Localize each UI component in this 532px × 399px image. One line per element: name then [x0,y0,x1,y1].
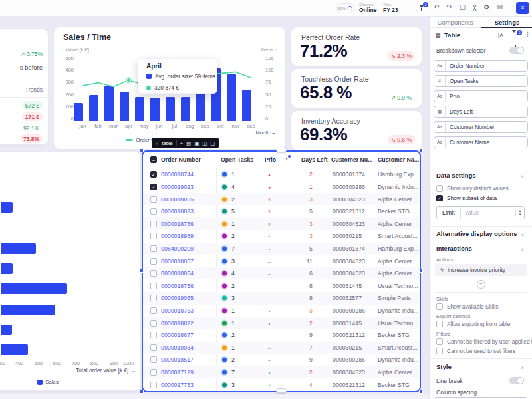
row-checkbox[interactable] [150,344,157,351]
column-header[interactable]: Customer Nu... [331,152,373,168]
drag-pill-handle[interactable] [276,148,287,152]
field-item-prio[interactable]: AaPrio [434,90,528,102]
row-checkbox[interactable] [150,356,157,363]
settings-gear-icon[interactable]: ⚙ [483,3,489,11]
row-checkbox[interactable] [150,196,157,203]
select-tool-icon[interactable]: ▢ [460,3,466,11]
delete-icon[interactable]: ▢ [210,140,215,146]
kpi-tile[interactable]: Perfect Order Rate71.2%↘ 2.3 % [291,27,422,66]
column-header[interactable]: Open Tasks [221,152,253,168]
row-checkbox[interactable]: ✓ [150,171,157,178]
add-action-button[interactable]: + [477,280,485,289]
resize-handle[interactable] [140,390,144,394]
row-checkbox[interactable] [150,233,157,239]
stepper-down-icon[interactable]: ▾ [519,213,521,216]
checkbox[interactable] [436,303,443,310]
row-checkbox[interactable] [150,245,157,252]
resize-handle[interactable] [419,269,423,273]
order-number-link[interactable]: 0000017753 [161,382,194,388]
checkbox-row[interactable]: Show only distinct values [436,185,509,192]
collapse-chevron-icon[interactable]: ∧ [521,365,524,370]
column-header[interactable]: Order Number [161,152,201,168]
transform-tool-icon[interactable]: χ [473,3,476,11]
drag-handle-icon[interactable]: ⠿ [156,141,158,146]
row-checkbox[interactable] [150,332,157,338]
field-item-order-number[interactable]: AaOrder Number [434,60,528,72]
resize-handle[interactable] [419,148,423,152]
order-number-link[interactable]: 0000018677 [161,332,194,338]
table-filter-icon[interactable]: 2 [512,33,519,47]
line-break-toggle[interactable] [509,377,524,384]
checkbox-row[interactable]: Show available Skills [436,303,498,310]
checkbox-row[interactable]: ✓Show subset of data [436,195,497,201]
checkbox[interactable] [436,348,443,354]
order-number-link[interactable]: 0000018823 [161,208,194,215]
order-number-link[interactable]: 0000018989 [161,233,194,239]
order-number-link[interactable]: 0000018517 [161,356,194,363]
drag-pill-handle[interactable] [276,388,287,393]
collapse-chevron-icon[interactable]: ∧ [521,174,524,178]
column-header[interactable]: Days Left [301,152,328,168]
expand-chevron-icon[interactable]: ∨ [521,232,524,237]
column-header[interactable]: Customer Na... [378,152,419,168]
field-item-customer-name[interactable]: AaCustomer Name [434,136,528,148]
time-status[interactable]: Time: FY 23 [383,3,398,13]
field-item-days-left[interactable]: ▦Days Left [434,106,528,118]
row-checkbox[interactable] [150,221,157,227]
row-checkbox[interactable]: ✓ [150,184,157,190]
checkbox-row[interactable]: Cannot be used to set filters [436,348,515,354]
checkbox[interactable] [436,321,443,327]
checkbox[interactable] [436,185,443,192]
action-item[interactable]: ϟ Increase invoice priority [435,264,527,276]
rename-icon[interactable]: [A [498,32,503,38]
order-number-link[interactable]: 0000018855 [161,196,194,203]
order-number-link[interactable]: 0000019034 [161,344,194,351]
trends-card[interactable]: ↗ 0.75% s before Trends 572 €171 €92.1%7… [0,29,49,145]
layout-grid-icon[interactable]: ⊞ [497,3,502,11]
style-icon[interactable]: ▣ [194,140,199,146]
limit-input[interactable]: Limit value ▴▾ [436,206,525,219]
breakdown-toggle[interactable] [509,47,524,54]
order-number-link[interactable]: 0000018857 [161,258,194,265]
grid-icon[interactable]: ▤ [186,140,191,146]
order-number-link[interactable]: 0000018744 [161,171,194,178]
kpi-tile[interactable]: Inventory Accuracy69.3%↘ 0.6 % [291,110,422,150]
order-number-link[interactable]: 0000018864 [161,270,194,277]
order-number-link[interactable]: 0000018756 [161,283,194,289]
undo-icon[interactable]: ↶ [434,3,439,11]
field-item-customer-number[interactable]: AaCustomer Number [434,121,528,133]
row-checkbox[interactable] [150,283,157,289]
resize-handle[interactable] [140,148,144,152]
order-number-link[interactable]: 0000018822 [161,320,194,327]
row-checkbox[interactable] [150,382,157,388]
row-checkbox[interactable] [150,320,157,327]
row-checkbox[interactable] [150,258,157,265]
tab-components[interactable]: Components [430,17,481,28]
checkbox[interactable] [436,338,443,345]
kpi-tile[interactable]: Touchless Order Rate65.8 %↗ 0.9 % [291,68,422,108]
kebab-menu-icon[interactable]: ⋮ [525,31,531,37]
resize-handle[interactable] [140,269,144,273]
order-number-link[interactable]: 0084000209 [161,245,194,252]
row-checkbox[interactable] [150,208,157,215]
row-checkbox[interactable] [150,369,157,376]
global-filter-icon[interactable]: 2 [418,5,425,11]
row-checkbox[interactable] [150,270,157,277]
order-number-link[interactable]: 0000019065 [161,295,194,301]
channel-status[interactable]: Channel: Online [359,3,376,13]
prio-filter-pin-icon[interactable]: ▼ [285,157,289,161]
stepper-control[interactable]: ▴▾ [515,209,524,216]
resize-handle[interactable] [419,390,423,394]
checkbox[interactable]: ✓ [436,195,443,201]
order-number-link[interactable]: 0000018763 [161,307,194,314]
column-header[interactable]: Prio [265,152,276,168]
field-item-open-tasks[interactable]: #Open Tasks [434,75,528,87]
row-checkbox[interactable] [150,295,157,301]
collapse-chevron-icon[interactable]: ∧ [521,247,524,251]
checkbox-row[interactable]: Allow exporting from table [436,321,510,327]
duplicate-icon[interactable]: ◫ [202,140,207,146]
checkbox-row[interactable]: Cannot be filtered by user-applied filte… [436,338,532,345]
order-value-chart-card[interactable]: 004005006007008009001000 Total order val… [0,152,141,391]
redo-icon[interactable]: ↷ [446,3,452,11]
select-all-checkbox[interactable]: – [150,156,157,163]
